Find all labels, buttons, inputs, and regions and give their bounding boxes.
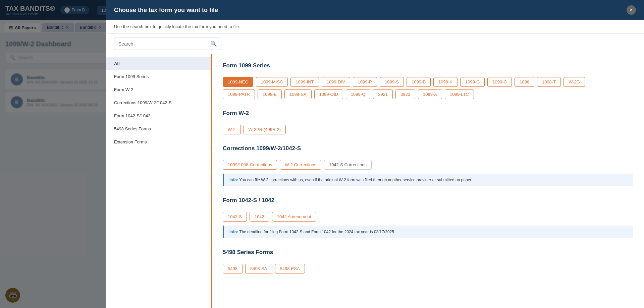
tag-1099-int[interactable]: 1099-INT (290, 77, 319, 87)
tag-3921[interactable]: 3921 (373, 89, 393, 99)
tag-1099-misc[interactable]: 1099-MISC (256, 77, 288, 87)
tag-5498[interactable]: 5498 (223, 264, 243, 273)
section-w2: Form W-2 W-2 W-2PR (499R-2) (223, 110, 633, 134)
nav-all[interactable]: All (106, 57, 211, 70)
section-1042s-title: Form 1042-S / 1042 (223, 197, 633, 206)
section-corrections: Corrections 1099/W-2/1042-S 1099/1098-Co… (223, 145, 633, 186)
tag-3922[interactable]: 3922 (395, 89, 415, 99)
1042s-info-box: Info: The deadline for filing Form 1042-… (223, 226, 633, 238)
nav-form-w2[interactable]: Form W-2 (106, 83, 211, 96)
modal-close-button[interactable]: × (627, 5, 636, 15)
tag-1099-oid[interactable]: 1099-OID (314, 89, 343, 99)
section-5498-title: 5498 Series Forms (223, 249, 633, 258)
form-tags-1042s: 1042-S 1042 1042 Amendment (223, 212, 633, 222)
tag-1099-b[interactable]: 1099-B (407, 77, 431, 87)
modal-title: Choose the tax form you want to file (114, 7, 218, 14)
section-1099-title: Form 1099 Series (223, 62, 633, 72)
nav-form-1099-series[interactable]: Form 1099 Series (106, 70, 211, 83)
corrections-info-box: Info: You can file W-2 corrections with … (223, 174, 633, 186)
nav-extension-forms[interactable]: Extension Forms (106, 135, 211, 148)
1042s-info-label: Info: (229, 230, 239, 234)
nav-corrections[interactable]: Corrections 1099/W-2/1042-S (106, 96, 211, 109)
section-5498: 5498 Series Forms 5498 5498-SA 5498-ESA (223, 249, 633, 273)
tag-1098[interactable]: 1098 (515, 77, 534, 87)
tag-1099-g[interactable]: 1099-G (460, 77, 485, 87)
tag-1099-nec[interactable]: 1099-NEC (223, 77, 253, 87)
corrections-info-text: You can file W-2 corrections with us, ev… (239, 178, 472, 182)
tag-1099-patr[interactable]: 1099-PATR (223, 89, 255, 99)
tag-1099-sa[interactable]: 1099-SA (284, 89, 312, 99)
tag-w2-corrections[interactable]: W-2 Corrections (280, 160, 321, 170)
tag-w2pr[interactable]: W-2PR (499R-2) (244, 125, 286, 134)
modal-search-icon: 🔍 (210, 41, 217, 47)
tag-1099-r[interactable]: 1099-R (353, 77, 377, 87)
section-1099-series: Form 1099 Series 1099-NEC 1099-MISC 1099… (223, 62, 633, 99)
tag-1098-t[interactable]: 1098-T (537, 77, 561, 87)
tag-1099-c[interactable]: 1099-C (487, 77, 512, 87)
modal-search-input[interactable] (118, 41, 208, 47)
tag-w2[interactable]: W-2 (223, 125, 241, 134)
nav-5498-series[interactable]: 5498 Series Forms (106, 122, 211, 135)
modal-header: Choose the tax form you want to file × (106, 0, 644, 20)
tag-1099-corrections[interactable]: 1099/1098-Corrections (223, 160, 277, 170)
nav-form-1042s[interactable]: Form 1042-S/1042 (106, 109, 211, 122)
tag-5498-esa[interactable]: 5498-ESA (275, 264, 305, 273)
tag-1042[interactable]: 1042 (250, 212, 269, 222)
modal-right-content: Form 1099 Series 1099-NEC 1099-MISC 1099… (212, 54, 644, 308)
modal-left-nav: All Form 1099 Series Form W-2 Correction… (106, 54, 212, 308)
form-tags-1099-row2: 1099-PATR 1098-E 1099-SA 1099-OID 1099-Q… (223, 89, 633, 99)
form-tags-corrections: 1099/1098-Corrections W-2 Corrections 10… (223, 160, 633, 170)
section-1042s: Form 1042-S / 1042 1042-S 1042 1042 Amen… (223, 197, 633, 238)
tag-1099-s[interactable]: 1099-S (380, 77, 404, 87)
section-w2-title: Form W-2 (223, 110, 633, 119)
tag-1099-ltc[interactable]: 1099-LTC (445, 89, 474, 99)
tag-1099-k[interactable]: 1099-K (433, 77, 458, 87)
1042s-info-text: The deadline for filing Form 1042-S and … (239, 230, 395, 234)
tag-1042s-corrections[interactable]: 1042-S Corrections (324, 160, 372, 170)
tag-w2g[interactable]: W-2G (564, 77, 585, 87)
form-tags-w2: W-2 W-2PR (499R-2) (223, 125, 633, 134)
tag-1099-q[interactable]: 1099-Q (346, 89, 370, 99)
tag-1099-div[interactable]: 1099-DIV (322, 77, 350, 87)
tag-1098-e[interactable]: 1098-E (258, 89, 282, 99)
tag-1099-a[interactable]: 1099-A (418, 89, 442, 99)
modal-overlay: Choose the tax form you want to file × U… (0, 0, 644, 308)
corrections-info-label: Info: (229, 178, 239, 182)
tag-1042-amendment[interactable]: 1042 Amendment (272, 212, 316, 222)
modal-subtitle: Use the search box to quickly locate the… (106, 20, 644, 34)
form-tags-1099-row1: 1099-NEC 1099-MISC 1099-INT 1099-DIV 109… (223, 77, 633, 87)
modal-body: All Form 1099 Series Form W-2 Correction… (106, 54, 644, 308)
section-corrections-title: Corrections 1099/W-2/1042-S (223, 145, 633, 155)
tag-5498-sa[interactable]: 5498-SA (245, 264, 272, 273)
tax-form-modal: Choose the tax form you want to file × U… (106, 0, 644, 308)
form-tags-5498: 5498 5498-SA 5498-ESA (223, 264, 633, 273)
tag-1042s[interactable]: 1042-S (223, 212, 247, 222)
modal-search-box[interactable]: 🔍 (114, 38, 221, 50)
app-background: TAX BANDITS® Your 1099 & W2 Experts From… (0, 0, 644, 308)
modal-search-area: 🔍 (106, 34, 644, 54)
